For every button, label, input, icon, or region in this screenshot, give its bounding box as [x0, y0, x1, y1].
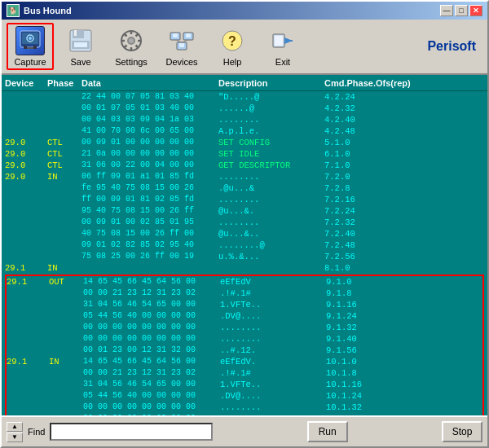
cell-data: 41 00 70 00 6c 00 65 00 [82, 125, 218, 137]
cell-cmd: 6.1.0 [324, 148, 406, 160]
find-label: Find [28, 427, 45, 437]
cell-data: 21 0a 00 00 00 00 00 00 [82, 148, 218, 160]
exit-icon [268, 26, 297, 55]
cell-data: 14 65 45 66 45 64 56 00 [83, 356, 220, 367]
table-row: 05 44 56 40 00 00 00 00.DV@....10.1.24 [7, 390, 482, 402]
cell-device: 29.0 [5, 160, 47, 171]
close-button[interactable]: ✕ [469, 5, 482, 16]
cell-data: 00 00 00 00 00 00 00 00 [83, 322, 220, 333]
bottom-bar: ▲ ▼ Find Run Stop [2, 415, 487, 446]
title-bar-left: 🐕 Bus Hound [7, 4, 72, 17]
svg-rect-6 [27, 47, 33, 49]
settings-button[interactable]: Settings [108, 23, 155, 70]
cell-desc: ........ [218, 114, 324, 125]
cell-desc: @u...&. [218, 205, 324, 217]
table-row: 00 00 00 00 00 00 00 00........10.1.32 [7, 402, 482, 413]
cell-cmd: 4.2.40 [324, 114, 406, 125]
svg-rect-26 [186, 33, 191, 37]
svg-rect-9 [74, 30, 77, 36]
cell-cmd: 7.2.40 [324, 228, 406, 239]
devices-icon [167, 26, 196, 55]
help-icon: ? [218, 26, 247, 55]
cell-desc: .DV@.... [220, 390, 326, 402]
cell-device: 29.0 [5, 137, 47, 148]
title-bar: 🐕 Bus Hound — □ ✕ [2, 2, 487, 20]
cell-phase: IN [49, 356, 83, 367]
cell-data: 40 75 08 15 00 26 ff 00 [82, 228, 218, 239]
table-row: 29.1OUT14 65 45 66 45 64 56 00eEfEdV9.1.… [7, 276, 482, 288]
maximize-button[interactable]: □ [455, 5, 468, 16]
cell-cmd: 4.2.48 [324, 125, 406, 137]
cell-cmd: 5.1.0 [324, 137, 406, 148]
find-down-button[interactable]: ▼ [7, 433, 23, 442]
minimize-button[interactable]: — [440, 5, 453, 16]
title-controls: — □ ✕ [440, 5, 482, 16]
cell-data: 00 00 21 23 12 31 23 02 [83, 367, 220, 379]
save-svg [68, 28, 94, 54]
cell-desc: ........ [220, 402, 326, 413]
table-row: 00 04 03 03 09 04 1a 03........4.2.40 [5, 114, 484, 125]
cell-data: 95 40 75 08 15 00 26 ff [82, 205, 218, 217]
cell-device: 29.1 [7, 356, 49, 367]
table-row: fe 95 40 75 08 15 00 26.@u...&7.2.8 [5, 182, 484, 194]
cell-data: 00 00 21 23 12 31 23 02 [83, 288, 220, 299]
save-label: Save [70, 57, 90, 67]
cell-data: 00 01 23 00 12 31 32 00 [83, 345, 220, 356]
cell-cmd: 9.1.56 [326, 345, 408, 356]
cell-cmd: 8.1.0 [324, 262, 406, 274]
svg-rect-28 [179, 43, 184, 47]
cell-desc: ..#.12. [220, 345, 326, 356]
find-up-button[interactable]: ▲ [7, 422, 23, 432]
save-button[interactable]: Save [57, 23, 104, 70]
table-row: 05 44 56 40 00 00 00 00.DV@....9.1.24 [7, 310, 482, 322]
find-nav: ▲ ▼ [7, 422, 23, 442]
help-label: Help [223, 57, 242, 67]
cell-cmd: 9.1.40 [326, 333, 408, 345]
stop-button[interactable]: Stop [442, 421, 482, 442]
cell-cmd: 10.1.32 [326, 402, 408, 413]
svg-rect-24 [173, 33, 178, 37]
brand-logo: Perisoft [421, 36, 482, 57]
cell-device: 29.1 [5, 262, 47, 274]
cell-cmd: 7.2.56 [324, 251, 406, 262]
exit-button[interactable]: Exit [259, 23, 306, 70]
find-input[interactable] [50, 423, 213, 441]
table-row: 00 00 21 23 12 31 23 02.!#.1#9.1.8 [7, 288, 482, 299]
cell-cmd: 7.2.32 [324, 217, 406, 228]
cell-desc: @u...&.. [218, 228, 324, 239]
col-header-data: Data [82, 78, 218, 88]
cell-desc: ........ [220, 333, 326, 345]
col-header-description: Description [218, 78, 324, 88]
cell-cmd: 9.1.0 [326, 276, 408, 288]
table-row: 75 08 25 00 26 ff 00 19u.%.&...7.2.56 [5, 251, 484, 262]
toolbar: Capture Save [2, 20, 487, 75]
data-table[interactable]: 22 44 00 07 05 81 03 40"D.....@4.2.2400 … [2, 91, 487, 415]
cell-desc: ........ [220, 322, 326, 333]
cell-phase: IN [47, 171, 82, 182]
capture-button[interactable]: Capture [7, 23, 54, 70]
table-row: 31 04 56 46 54 65 00 001.VFTe..10.1.16 [7, 379, 482, 390]
run-button[interactable]: Run [307, 421, 348, 442]
exit-label: Exit [275, 57, 290, 67]
help-button[interactable]: ? Help [209, 23, 256, 70]
save-icon [66, 26, 95, 55]
table-row: 00 00 00 00 00 00 00 00........10.1.40 [7, 413, 482, 415]
cell-cmd: 10.1.8 [326, 367, 408, 379]
cell-phase: CTL [47, 148, 82, 160]
cell-data: 00 09 01 00 02 85 01 95 [82, 217, 218, 228]
devices-button[interactable]: Devices [158, 23, 205, 70]
table-row: 00 09 01 00 02 85 01 95........7.2.32 [5, 217, 484, 228]
table-row: 00 00 00 00 00 00 00 00........9.1.32 [7, 322, 482, 333]
cell-desc: .DV@.... [220, 310, 326, 322]
svg-text:?: ? [228, 34, 236, 48]
cell-cmd: 9.1.24 [326, 310, 408, 322]
cell-data: 00 00 00 00 00 00 00 00 [83, 333, 220, 345]
settings-icon [117, 26, 146, 55]
cell-data: 00 09 01 00 00 00 00 00 [82, 137, 218, 148]
devices-label: Devices [165, 57, 197, 67]
cell-data: 00 00 00 00 00 00 00 00 [83, 413, 220, 415]
table-row: 95 40 75 08 15 00 26 ff@u...&.7.2.24 [5, 205, 484, 217]
table-row: 00 00 21 23 12 31 23 02.!#.1#10.1.8 [7, 367, 482, 379]
main-window: 🐕 Bus Hound — □ ✕ Capture [0, 0, 489, 448]
cell-phase: OUT [49, 276, 83, 288]
